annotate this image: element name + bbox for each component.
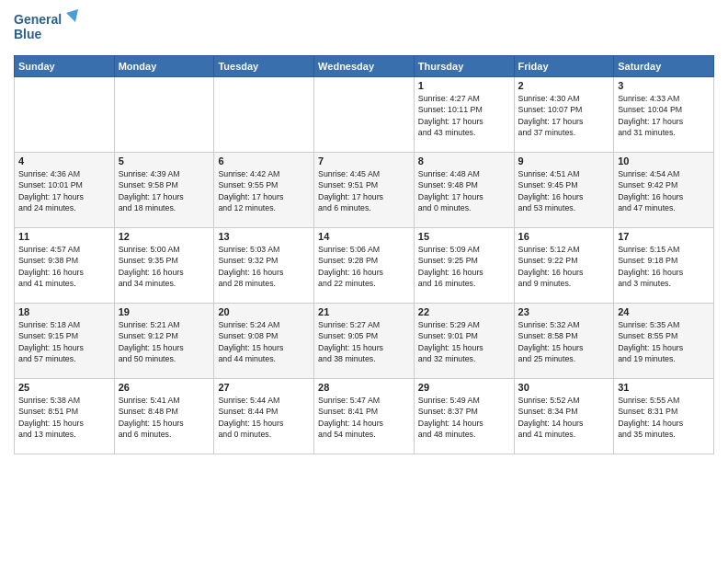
calendar-cell: 8Sunrise: 4:48 AM Sunset: 9:48 PM Daylig… [414,153,514,228]
day-info: Sunrise: 4:27 AM Sunset: 10:11 PM Daylig… [418,93,510,138]
day-info: Sunrise: 5:38 AM Sunset: 8:51 PM Dayligh… [18,395,110,440]
day-number: 23 [518,306,610,317]
calendar-cell: 3Sunrise: 4:33 AM Sunset: 10:04 PM Dayli… [614,77,714,153]
calendar-header-monday: Monday [114,56,214,77]
day-info: Sunrise: 5:41 AM Sunset: 8:48 PM Dayligh… [119,395,210,440]
day-info: Sunrise: 5:09 AM Sunset: 9:25 PM Dayligh… [418,244,510,289]
calendar-cell [114,77,214,153]
calendar-cell: 22Sunrise: 5:29 AM Sunset: 9:01 PM Dayli… [414,304,514,379]
calendar-cell: 26Sunrise: 5:41 AM Sunset: 8:48 PM Dayli… [114,379,214,454]
day-number: 19 [119,306,210,317]
calendar-header-wednesday: Wednesday [314,56,415,77]
day-number: 13 [218,231,310,242]
logo-svg: General Blue [14,9,78,48]
calendar-header-thursday: Thursday [414,56,514,77]
calendar-header-saturday: Saturday [614,56,714,77]
day-number: 24 [618,306,710,317]
calendar-header-sunday: Sunday [15,56,115,77]
calendar-header-row: SundayMondayTuesdayWednesdayThursdayFrid… [15,56,714,77]
day-number: 1 [418,80,510,91]
day-info: Sunrise: 5:55 AM Sunset: 8:31 PM Dayligh… [618,395,710,440]
day-number: 31 [618,382,710,393]
calendar-cell: 14Sunrise: 5:06 AM Sunset: 9:28 PM Dayli… [314,228,415,304]
calendar-week-row: 11Sunrise: 4:57 AM Sunset: 9:38 PM Dayli… [15,228,714,304]
svg-text:Blue: Blue [14,27,42,41]
calendar-cell: 23Sunrise: 5:32 AM Sunset: 8:58 PM Dayli… [514,304,614,379]
calendar-cell: 20Sunrise: 5:24 AM Sunset: 9:08 PM Dayli… [214,304,314,379]
day-info: Sunrise: 5:18 AM Sunset: 9:15 PM Dayligh… [18,319,110,364]
calendar-header-tuesday: Tuesday [214,56,314,77]
day-number: 25 [18,382,110,393]
day-info: Sunrise: 5:21 AM Sunset: 9:12 PM Dayligh… [119,319,210,364]
calendar-cell: 13Sunrise: 5:03 AM Sunset: 9:32 PM Dayli… [214,228,314,304]
day-number: 6 [218,155,310,167]
calendar-cell: 29Sunrise: 5:49 AM Sunset: 8:37 PM Dayli… [414,379,514,454]
day-number: 17 [618,231,710,242]
calendar-cell: 6Sunrise: 4:42 AM Sunset: 9:55 PM Daylig… [214,153,314,228]
calendar-cell: 21Sunrise: 5:27 AM Sunset: 9:05 PM Dayli… [314,304,415,379]
day-number: 15 [418,231,510,242]
calendar-cell: 7Sunrise: 4:45 AM Sunset: 9:51 PM Daylig… [314,153,415,228]
calendar-week-row: 18Sunrise: 5:18 AM Sunset: 9:15 PM Dayli… [15,304,714,379]
day-info: Sunrise: 4:39 AM Sunset: 9:58 PM Dayligh… [119,168,210,213]
day-info: Sunrise: 5:24 AM Sunset: 9:08 PM Dayligh… [218,319,310,364]
day-number: 5 [119,155,210,167]
calendar-cell: 10Sunrise: 4:54 AM Sunset: 9:42 PM Dayli… [614,153,714,228]
calendar-cell: 27Sunrise: 5:44 AM Sunset: 8:44 PM Dayli… [214,379,314,454]
day-number: 4 [18,155,110,167]
day-info: Sunrise: 5:49 AM Sunset: 8:37 PM Dayligh… [418,395,510,440]
day-number: 10 [618,155,710,167]
calendar-cell: 30Sunrise: 5:52 AM Sunset: 8:34 PM Dayli… [514,379,614,454]
day-number: 30 [518,382,610,393]
day-info: Sunrise: 5:27 AM Sunset: 9:05 PM Dayligh… [318,319,410,364]
day-number: 21 [318,306,410,317]
day-info: Sunrise: 4:57 AM Sunset: 9:38 PM Dayligh… [18,244,110,289]
day-info: Sunrise: 5:35 AM Sunset: 8:55 PM Dayligh… [618,319,710,364]
calendar-cell: 28Sunrise: 5:47 AM Sunset: 8:41 PM Dayli… [314,379,415,454]
day-number: 7 [318,155,410,167]
day-info: Sunrise: 5:00 AM Sunset: 9:35 PM Dayligh… [119,244,210,289]
calendar-cell: 2Sunrise: 4:30 AM Sunset: 10:07 PM Dayli… [514,77,614,153]
day-number: 11 [18,231,110,242]
day-info: Sunrise: 4:33 AM Sunset: 10:04 PM Daylig… [618,93,710,138]
calendar-header-friday: Friday [514,56,614,77]
calendar-week-row: 4Sunrise: 4:36 AM Sunset: 10:01 PM Dayli… [15,153,714,228]
day-info: Sunrise: 5:15 AM Sunset: 9:18 PM Dayligh… [618,244,710,289]
calendar-cell [15,77,115,153]
calendar-cell: 15Sunrise: 5:09 AM Sunset: 9:25 PM Dayli… [414,228,514,304]
calendar-cell: 9Sunrise: 4:51 AM Sunset: 9:45 PM Daylig… [514,153,614,228]
day-info: Sunrise: 4:30 AM Sunset: 10:07 PM Daylig… [518,93,610,138]
day-number: 14 [318,231,410,242]
day-number: 3 [618,80,710,91]
svg-text:General: General [14,12,62,27]
day-info: Sunrise: 5:12 AM Sunset: 9:22 PM Dayligh… [518,244,610,289]
day-number: 27 [218,382,310,393]
day-number: 9 [518,155,610,167]
day-number: 12 [119,231,210,242]
day-info: Sunrise: 5:44 AM Sunset: 8:44 PM Dayligh… [218,395,310,440]
day-info: Sunrise: 5:06 AM Sunset: 9:28 PM Dayligh… [318,244,410,289]
day-number: 2 [518,80,610,91]
day-number: 18 [18,306,110,317]
day-info: Sunrise: 4:45 AM Sunset: 9:51 PM Dayligh… [318,168,410,213]
day-number: 22 [418,306,510,317]
calendar-cell [214,77,314,153]
calendar-cell: 17Sunrise: 5:15 AM Sunset: 9:18 PM Dayli… [614,228,714,304]
page-container: General Blue SundayMondayTuesdayWednesda… [0,0,728,459]
calendar-week-row: 25Sunrise: 5:38 AM Sunset: 8:51 PM Dayli… [15,379,714,454]
calendar-cell: 16Sunrise: 5:12 AM Sunset: 9:22 PM Dayli… [514,228,614,304]
calendar-table: SundayMondayTuesdayWednesdayThursdayFrid… [14,55,714,454]
day-info: Sunrise: 4:51 AM Sunset: 9:45 PM Dayligh… [518,168,610,213]
calendar-cell: 31Sunrise: 5:55 AM Sunset: 8:31 PM Dayli… [614,379,714,454]
page-header: General Blue [14,9,714,48]
day-number: 28 [318,382,410,393]
calendar-cell: 18Sunrise: 5:18 AM Sunset: 9:15 PM Dayli… [15,304,115,379]
day-number: 26 [119,382,210,393]
day-info: Sunrise: 5:29 AM Sunset: 9:01 PM Dayligh… [418,319,510,364]
day-number: 29 [418,382,510,393]
calendar-cell: 5Sunrise: 4:39 AM Sunset: 9:58 PM Daylig… [114,153,214,228]
day-number: 20 [218,306,310,317]
calendar-cell: 4Sunrise: 4:36 AM Sunset: 10:01 PM Dayli… [15,153,115,228]
calendar-cell [314,77,415,153]
day-info: Sunrise: 4:54 AM Sunset: 9:42 PM Dayligh… [618,168,710,213]
